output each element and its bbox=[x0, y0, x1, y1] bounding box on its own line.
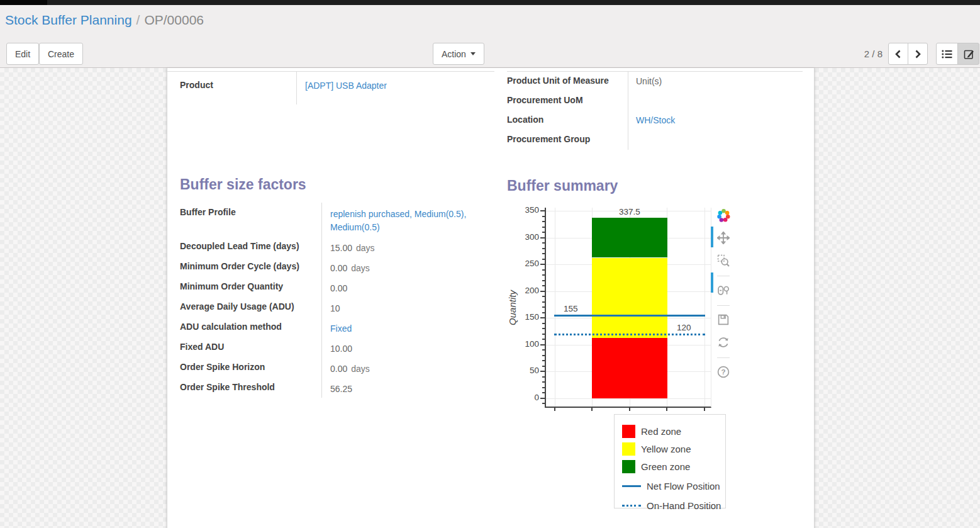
modebar-separator bbox=[717, 357, 730, 358]
legend-label: On-Hand Position bbox=[647, 500, 721, 511]
chart-legend: Red zone Yellow zone Green zone Net Flow… bbox=[614, 414, 726, 508]
field-row-procurement-group: Procurement Group bbox=[507, 130, 803, 150]
product-group: Product [ADPT] USB Adapter bbox=[167, 71, 494, 104]
net-flow-position-value-label: 155 bbox=[564, 304, 578, 313]
product-link[interactable]: [ADPT] USB Adapter bbox=[305, 81, 387, 91]
location-label: Location bbox=[507, 111, 628, 130]
order-spike-horizon-value: 0.00days bbox=[321, 357, 489, 378]
procurement-uom-label: Procurement UoM bbox=[507, 91, 628, 111]
location-value: WH/Stock bbox=[628, 111, 803, 130]
list-view-button[interactable] bbox=[936, 43, 958, 65]
help-icon[interactable]: ? bbox=[716, 364, 731, 379]
edit-button[interactable]: Edit bbox=[6, 43, 39, 65]
legend-label: Net Flow Position bbox=[647, 481, 720, 491]
legend-item-on-hand[interactable]: On-Hand Position bbox=[615, 497, 725, 514]
field-row-location: Location WH/Stock bbox=[507, 111, 803, 130]
modebar-separator bbox=[717, 305, 730, 306]
decoupled-lead-time-number: 15.00 bbox=[330, 243, 352, 253]
on-hand-line-swatch bbox=[622, 505, 641, 507]
zone-top-value-label: 337.5 bbox=[592, 207, 667, 216]
on-hand-position-line bbox=[554, 334, 705, 335]
svg-text:?: ? bbox=[721, 368, 725, 376]
chevron-left-icon bbox=[894, 49, 903, 59]
green-zone-swatch bbox=[622, 460, 635, 473]
form-view-button[interactable] bbox=[957, 43, 979, 65]
net-flow-position-line bbox=[554, 315, 705, 317]
field-row-adu: Average Daily Usage (ADU) 10 bbox=[180, 297, 489, 317]
compare-hover-icon[interactable] bbox=[716, 283, 731, 298]
action-dropdown-button[interactable]: Action bbox=[433, 43, 484, 65]
y-tick-label: 50 bbox=[515, 366, 539, 375]
min-order-qty-label: Minimum Order Quantity bbox=[180, 277, 321, 297]
buffer-profile-value: replenish purchased, Medium(0.5), Medium… bbox=[321, 203, 489, 237]
field-row-decoupled-lead-time: Decoupled Lead Time (days) 15.00days bbox=[180, 237, 489, 257]
plotly-logo-icon[interactable] bbox=[716, 208, 731, 223]
legend-item-green-zone[interactable]: Green zone bbox=[615, 458, 725, 475]
min-order-cycle-suffix: days bbox=[351, 263, 370, 273]
top-navbar-sliver bbox=[0, 0, 980, 5]
adu-value: 10 bbox=[321, 297, 489, 317]
save-icon[interactable] bbox=[716, 312, 731, 327]
zoom-box-icon[interactable] bbox=[716, 253, 731, 268]
red-zone-bar bbox=[592, 338, 667, 398]
create-button[interactable]: Create bbox=[39, 43, 83, 65]
order-spike-threshold-value: 56.25 bbox=[321, 378, 489, 398]
yellow-zone-swatch bbox=[622, 442, 635, 456]
modebar-active-indicator bbox=[711, 227, 713, 247]
legend-item-net-flow[interactable]: Net Flow Position bbox=[615, 475, 725, 497]
buffer-profile-label: Buffer Profile bbox=[180, 203, 321, 237]
buffer-summary-title: Buffer summary bbox=[507, 177, 618, 194]
field-row-min-order-qty: Minimum Order Quantity 0.00 bbox=[180, 277, 489, 297]
pager-and-view-switcher: 2 / 8 bbox=[864, 43, 979, 65]
product-field-label: Product bbox=[167, 72, 296, 104]
product-uom-label: Product Unit of Measure bbox=[507, 72, 628, 91]
plot-area[interactable]: 050100150200250300350112.5262.5337.51551… bbox=[545, 208, 711, 408]
breadcrumb-current: OP/00006 bbox=[144, 13, 204, 27]
breadcrumb-separator: / bbox=[136, 13, 140, 27]
y-tick-label: 250 bbox=[515, 259, 539, 268]
product-uom-text: Unit(s) bbox=[636, 76, 662, 86]
legend-item-red-zone[interactable]: Red zone bbox=[615, 422, 725, 440]
adu-method-link[interactable]: Fixed bbox=[330, 323, 352, 334]
y-tick-label: 0 bbox=[515, 393, 539, 402]
modebar-separator bbox=[717, 276, 730, 276]
location-link[interactable]: WH/Stock bbox=[636, 115, 675, 125]
pager-buttons bbox=[888, 43, 928, 65]
stock-buffer-planning-page: { "breadcrumb": { "parent": "Stock Buffe… bbox=[0, 0, 980, 528]
action-label: Action bbox=[442, 49, 466, 59]
adu-label: Average Daily Usage (ADU) bbox=[180, 297, 321, 317]
order-spike-horizon-number: 0.00 bbox=[330, 364, 347, 374]
view-switcher bbox=[936, 43, 979, 65]
order-spike-threshold-label: Order Spike Threshold bbox=[180, 378, 321, 398]
pager-previous-button[interactable] bbox=[888, 43, 908, 65]
order-spike-horizon-suffix: days bbox=[351, 364, 370, 374]
field-row-min-order-cycle: Minimum Order Cycle (days) 0.00days bbox=[180, 257, 489, 277]
edit-form-icon bbox=[963, 48, 974, 60]
buffer-profile-link[interactable]: replenish purchased, Medium(0.5), Medium… bbox=[330, 209, 466, 232]
buffer-size-factors-title: Buffer size factors bbox=[180, 176, 306, 193]
decoupled-lead-time-value: 15.00days bbox=[321, 237, 489, 257]
fixed-adu-number: 10.00 bbox=[330, 344, 352, 354]
buffer-summary-chart: Quantity 050100150200250300350112.5262.5… bbox=[507, 201, 771, 422]
y-tick-label: 300 bbox=[515, 232, 539, 242]
field-row-order-spike-threshold: Order Spike Threshold 56.25 bbox=[180, 378, 489, 398]
red-zone-swatch bbox=[622, 425, 635, 438]
fixed-adu-label: Fixed ADU bbox=[180, 337, 321, 357]
decoupled-lead-time-suffix: days bbox=[356, 243, 375, 253]
pager-next-button[interactable] bbox=[908, 43, 928, 65]
y-tick-label: 350 bbox=[515, 205, 539, 215]
procurement-uom-value bbox=[628, 91, 803, 111]
y-tick-label: 100 bbox=[515, 339, 539, 349]
pan-icon[interactable] bbox=[716, 230, 731, 245]
modebar-active-indicator bbox=[711, 272, 713, 293]
breadcrumb-parent-link[interactable]: Stock Buffer Planning bbox=[5, 13, 132, 27]
min-order-cycle-value: 0.00days bbox=[321, 257, 489, 277]
legend-label: Green zone bbox=[641, 461, 690, 472]
yellow-zone-bar bbox=[592, 258, 667, 339]
breadcrumb: Stock Buffer Planning/OP/00006 bbox=[5, 13, 204, 28]
reset-axes-icon[interactable] bbox=[716, 335, 731, 350]
fixed-adu-value: 10.00 bbox=[321, 337, 489, 357]
content-background: Product [ADPT] USB Adapter Product Unit … bbox=[0, 68, 980, 528]
caret-down-icon bbox=[471, 52, 476, 55]
legend-item-yellow-zone[interactable]: Yellow zone bbox=[615, 440, 725, 458]
